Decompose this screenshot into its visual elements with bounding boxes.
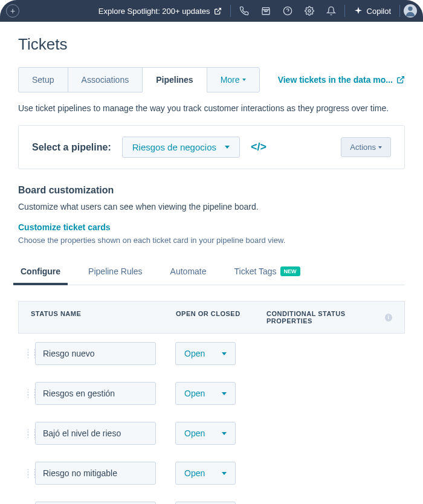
chevron-down-icon bbox=[378, 146, 382, 149]
spotlight-link[interactable]: Explore Spotlight: 200+ updates bbox=[98, 7, 222, 16]
external-link-icon bbox=[396, 76, 405, 84]
svg-line-5 bbox=[400, 77, 404, 80]
page-description: Use ticket pipelines to manage the way y… bbox=[18, 103, 405, 113]
header-open-closed: OPEN OR CLOSED bbox=[176, 310, 266, 325]
top-banner: + Explore Spotlight: 200+ updates Copilo… bbox=[0, 0, 423, 22]
tabs: Setup Associations Pipelines More View t… bbox=[18, 67, 405, 92]
notifications-icon[interactable] bbox=[321, 1, 341, 21]
svg-point-3 bbox=[308, 10, 311, 12]
table-row: ⋮⋮⋮⋮ Open bbox=[18, 413, 405, 453]
help-icon[interactable] bbox=[278, 1, 297, 21]
drag-handle-icon[interactable]: ⋮⋮⋮⋮ bbox=[24, 351, 29, 356]
divider bbox=[344, 5, 345, 17]
pipeline-selected: Riesgos de negocios bbox=[132, 142, 216, 152]
status-name-input[interactable] bbox=[35, 382, 156, 405]
pipeline-selector-box: Select a pipeline: Riesgos de negocios <… bbox=[18, 125, 405, 169]
add-button[interactable]: + bbox=[6, 4, 19, 18]
chevron-down-icon bbox=[222, 472, 227, 475]
page-title: Tickets bbox=[18, 35, 405, 54]
view-data-model-link[interactable]: View tickets in the data mo... bbox=[278, 75, 405, 85]
status-select[interactable]: Open bbox=[175, 422, 236, 445]
subtab-tags-label: Ticket Tags bbox=[234, 267, 277, 276]
chevron-down-icon bbox=[222, 352, 227, 355]
chevron-down-icon bbox=[225, 146, 230, 149]
status-value: Open bbox=[184, 468, 205, 478]
table-row: ⋮⋮⋮⋮ Open bbox=[18, 453, 405, 493]
settings-icon[interactable] bbox=[300, 1, 319, 21]
status-value: Open bbox=[184, 389, 205, 398]
table-row: ⋮⋮⋮⋮ Closed bbox=[18, 493, 405, 504]
tab-more-label: More bbox=[221, 75, 240, 85]
header-conditional: CONDITIONAL STATUS PROPERTIES i bbox=[266, 310, 392, 325]
actions-label: Actions bbox=[350, 143, 376, 152]
status-table: STATUS NAME OPEN OR CLOSED CONDITIONAL S… bbox=[18, 301, 405, 504]
subtabs: Configure Pipeline Rules Automate Ticket… bbox=[18, 262, 405, 285]
code-icon[interactable]: </> bbox=[251, 141, 266, 153]
actions-button[interactable]: Actions bbox=[341, 137, 391, 157]
avatar[interactable] bbox=[404, 4, 417, 18]
subtab-ticket-tags[interactable]: Ticket Tags NEW bbox=[232, 262, 303, 285]
divider bbox=[399, 5, 400, 17]
pipeline-label: Select a pipeline: bbox=[32, 142, 111, 153]
subtab-configure[interactable]: Configure bbox=[18, 262, 63, 285]
customize-cards-desc: Choose the properties shown on each tick… bbox=[18, 236, 405, 245]
data-link-text: View tickets in the data mo... bbox=[278, 75, 393, 85]
new-badge: NEW bbox=[280, 267, 300, 276]
header-conditional-text: CONDITIONAL STATUS PROPERTIES bbox=[266, 310, 383, 325]
marketplace-icon[interactable] bbox=[256, 1, 276, 21]
header-status-name: STATUS NAME bbox=[31, 310, 176, 325]
chevron-down-icon bbox=[222, 432, 227, 435]
external-link-icon bbox=[214, 7, 222, 15]
status-name-input[interactable] bbox=[35, 502, 156, 504]
drag-handle-icon[interactable]: ⋮⋮⋮⋮ bbox=[24, 471, 29, 476]
spotlight-text: Explore Spotlight: 200+ updates bbox=[98, 7, 210, 16]
main-content: Tickets Setup Associations Pipelines Mor… bbox=[0, 22, 423, 504]
drag-handle-icon[interactable]: ⋮⋮⋮⋮ bbox=[24, 431, 29, 436]
chevron-down-icon bbox=[242, 79, 246, 81]
subtab-automate[interactable]: Automate bbox=[168, 262, 209, 285]
tab-setup[interactable]: Setup bbox=[18, 67, 68, 92]
pipeline-select[interactable]: Riesgos de negocios bbox=[122, 137, 240, 158]
phone-icon[interactable] bbox=[234, 1, 254, 21]
tab-associations[interactable]: Associations bbox=[68, 67, 143, 92]
board-customization-title: Board customization bbox=[18, 185, 405, 196]
tab-more[interactable]: More bbox=[207, 67, 260, 92]
svg-point-4 bbox=[408, 7, 412, 11]
drag-handle-icon[interactable]: ⋮⋮⋮⋮ bbox=[24, 391, 29, 396]
status-select[interactable]: Open bbox=[175, 342, 236, 365]
board-customization-desc: Customize what users can see when viewin… bbox=[18, 202, 405, 212]
chevron-down-icon bbox=[222, 392, 227, 395]
copilot-button[interactable]: Copilot bbox=[349, 6, 396, 16]
table-row: ⋮⋮⋮⋮ Open bbox=[18, 334, 405, 373]
status-name-input[interactable] bbox=[35, 422, 156, 445]
sparkle-icon bbox=[354, 6, 363, 16]
status-value: Open bbox=[184, 428, 205, 438]
divider bbox=[230, 5, 231, 17]
tab-pipelines[interactable]: Pipelines bbox=[142, 67, 207, 92]
subtab-pipeline-rules[interactable]: Pipeline Rules bbox=[86, 262, 145, 285]
status-select[interactable]: Closed bbox=[175, 502, 236, 504]
status-name-input[interactable] bbox=[35, 462, 156, 485]
info-icon[interactable]: i bbox=[385, 314, 392, 321]
customize-cards-link[interactable]: Customize ticket cards bbox=[18, 222, 405, 232]
status-select[interactable]: Open bbox=[175, 382, 236, 405]
copilot-label: Copilot bbox=[367, 7, 391, 16]
svg-line-0 bbox=[217, 8, 221, 11]
status-select[interactable]: Open bbox=[175, 462, 236, 485]
table-row: ⋮⋮⋮⋮ Open bbox=[18, 373, 405, 413]
table-header: STATUS NAME OPEN OR CLOSED CONDITIONAL S… bbox=[18, 301, 405, 334]
status-name-input[interactable] bbox=[35, 342, 156, 365]
status-value: Open bbox=[184, 349, 205, 358]
